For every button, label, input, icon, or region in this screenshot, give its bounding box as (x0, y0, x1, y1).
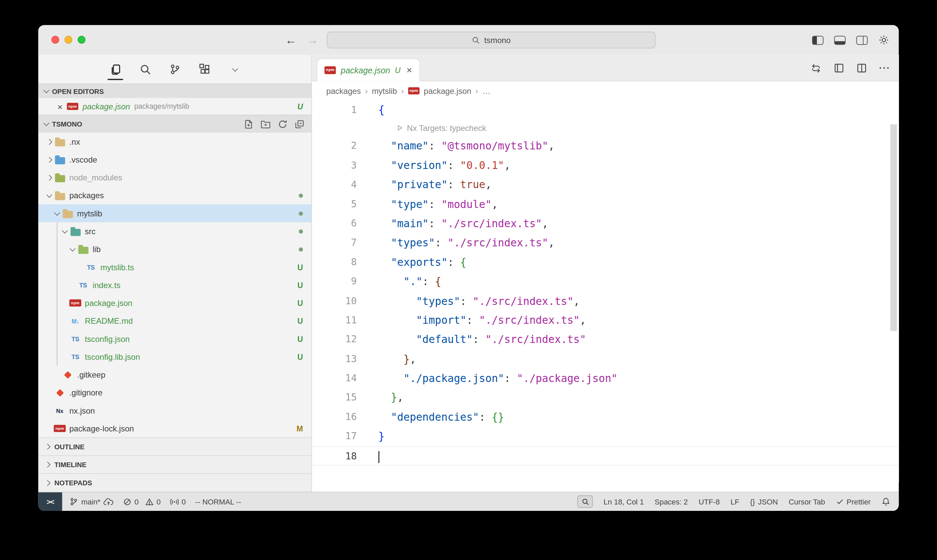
more-actions-icon[interactable]: ··· (879, 63, 891, 73)
remote-indicator[interactable]: >< (38, 492, 62, 511)
line-number[interactable]: 16 (312, 408, 357, 427)
code-line[interactable]: 5 "type": "module", (312, 194, 899, 214)
eol-status[interactable]: LF (731, 497, 739, 506)
formatter-status[interactable]: Prettier (836, 497, 871, 506)
codelens-nx-targets[interactable]: Nx Targets: typecheck (396, 123, 486, 132)
tree-item-nx-folder[interactable]: .nx (38, 132, 311, 151)
vim-mode-indicator[interactable]: -- NORMAL -- (195, 497, 241, 506)
tree-item-readme-md[interactable]: M↓ README.md U (38, 312, 311, 330)
close-window-button[interactable] (51, 36, 59, 44)
breadcrumb-symbol[interactable]: … (482, 86, 490, 95)
notepads-panel-header[interactable]: NOTEPADS (38, 473, 311, 492)
chevron-right-icon[interactable] (44, 157, 54, 162)
tree-item-node-modules[interactable]: node_modules (38, 169, 311, 186)
code-line[interactable]: 1{ (312, 100, 899, 120)
line-number[interactable]: 14 (312, 369, 357, 388)
line-number[interactable]: 15 (312, 388, 357, 408)
line-number[interactable]: 17 (312, 427, 357, 446)
code-line[interactable]: 2 "name": "@tsmono/mytslib", (312, 137, 899, 156)
code-line[interactable]: 6 "main": "./src/index.ts", (312, 214, 899, 234)
settings-gear-icon[interactable] (879, 35, 889, 45)
line-number[interactable]: 3 (312, 156, 357, 175)
branch-status[interactable]: main* (69, 497, 114, 506)
language-mode-status[interactable]: {} JSON (750, 497, 778, 506)
toggle-right-sidebar-icon[interactable] (856, 36, 868, 45)
notifications-bell-icon[interactable] (882, 497, 891, 506)
line-number[interactable]: 7 (312, 233, 357, 253)
close-tab-icon[interactable]: × (406, 65, 412, 75)
code-line[interactable]: 13 }, (312, 349, 899, 369)
tree-item-mytslib[interactable]: mytslib (38, 204, 311, 222)
new-folder-icon[interactable] (260, 119, 271, 129)
line-number[interactable]: 11 (312, 311, 357, 330)
tree-item-tsconfig-json[interactable]: TS tsconfig.json U (38, 330, 311, 348)
cursor-position-status[interactable]: Ln 18, Col 1 (603, 497, 644, 506)
vertical-scrollbar[interactable] (891, 124, 897, 331)
breadcrumb-package-json[interactable]: package.json (424, 86, 471, 95)
indentation-status[interactable]: Spaces: 2 (655, 497, 688, 506)
refresh-icon[interactable] (278, 119, 288, 129)
line-number[interactable]: 9 (312, 272, 357, 291)
breadcrumb-mytslib[interactable]: mytslib (372, 86, 397, 95)
line-number[interactable]: 10 (312, 291, 357, 311)
open-editors-header[interactable]: OPEN EDITORS (38, 84, 311, 98)
code-line[interactable]: 9 ".": { (312, 272, 899, 291)
code-line[interactable]: 7 "types": "./src/index.ts", (312, 233, 899, 253)
tree-item-package-json[interactable]: npm package.json U (38, 294, 311, 312)
timeline-panel-header[interactable]: TIMELINE (38, 455, 311, 473)
breadcrumb-packages[interactable]: packages (326, 86, 361, 95)
tree-item-tsconfig-lib-json[interactable]: TS tsconfig.lib.json U (38, 348, 311, 366)
toggle-bottom-panel-icon[interactable] (834, 36, 846, 45)
code-line-current[interactable]: 18 (312, 446, 899, 466)
line-number[interactable]: 4 (312, 175, 357, 195)
project-section-header[interactable]: TSMONO (38, 115, 311, 132)
broadcast-status[interactable]: 0 (170, 497, 186, 506)
tree-item-lib[interactable]: lib (38, 240, 311, 258)
search-icon[interactable] (138, 63, 152, 76)
tree-item-nx-json[interactable]: Nx nx.json (38, 402, 311, 419)
chevron-right-icon[interactable] (44, 175, 54, 179)
editor-layout-icon[interactable] (834, 63, 845, 73)
code-line[interactable]: 12 "default": "./src/index.ts" (312, 330, 899, 350)
collapse-folders-icon[interactable] (294, 119, 304, 129)
code-line[interactable]: 17} (312, 427, 899, 446)
code-line[interactable]: 16 "dependencies": {} (312, 408, 899, 427)
open-editor-item[interactable]: × npm package.json packages/mytslib U (38, 98, 311, 115)
line-number[interactable]: 13 (312, 349, 357, 369)
encoding-status[interactable]: UTF-8 (699, 497, 720, 506)
code-line[interactable]: 3 "version": "0.0.1", (312, 156, 899, 175)
outline-panel-header[interactable]: OUTLINE (38, 437, 311, 455)
tree-item-packages[interactable]: packages (38, 186, 311, 204)
line-number[interactable]: 1 (312, 100, 357, 120)
command-center-search[interactable]: tsmono (327, 32, 655, 48)
line-number[interactable]: 18 (312, 446, 357, 465)
zoom-window-button[interactable] (78, 36, 86, 44)
explorer-files-icon[interactable] (109, 63, 122, 76)
tree-item-package-lock-json[interactable]: npm package-lock.json M (38, 419, 311, 437)
chevron-right-icon[interactable] (44, 140, 54, 144)
tree-item-gitignore[interactable]: .gitignore (38, 384, 311, 402)
tree-item-gitkeep[interactable]: .gitkeep (38, 366, 311, 384)
line-number[interactable]: 8 (312, 253, 357, 272)
new-file-icon[interactable] (244, 119, 253, 129)
chevron-down-icon[interactable] (60, 229, 69, 233)
code-line[interactable]: 11 "import": "./src/index.ts", (312, 311, 899, 330)
extensions-icon[interactable] (198, 63, 211, 76)
code-line[interactable]: 15 }, (312, 388, 899, 408)
source-control-icon[interactable] (169, 63, 182, 76)
back-button[interactable]: ← (285, 33, 297, 47)
tree-item-vscode-folder[interactable]: .vscode (38, 151, 311, 168)
tree-item-src[interactable]: src (38, 222, 311, 240)
line-number[interactable]: 12 (312, 330, 357, 350)
chevron-down-icon[interactable] (52, 211, 61, 215)
problems-status[interactable]: 0 0 (123, 497, 161, 506)
tab-package-json[interactable]: npm package.json U × (317, 58, 420, 81)
tree-item-index-ts[interactable]: TS index.ts U (38, 276, 311, 294)
code-line[interactable]: 4 "private": true, (312, 175, 899, 195)
line-number[interactable]: 2 (312, 137, 357, 156)
line-number[interactable]: 5 (312, 194, 357, 214)
cursor-tab-status[interactable]: Cursor Tab (789, 497, 825, 506)
chevron-down-icon[interactable] (228, 63, 241, 76)
code-editor[interactable]: 1{ Nx Targets: typecheck 2 "name": "@tsm… (312, 100, 899, 492)
close-editor-icon[interactable]: × (57, 102, 63, 111)
